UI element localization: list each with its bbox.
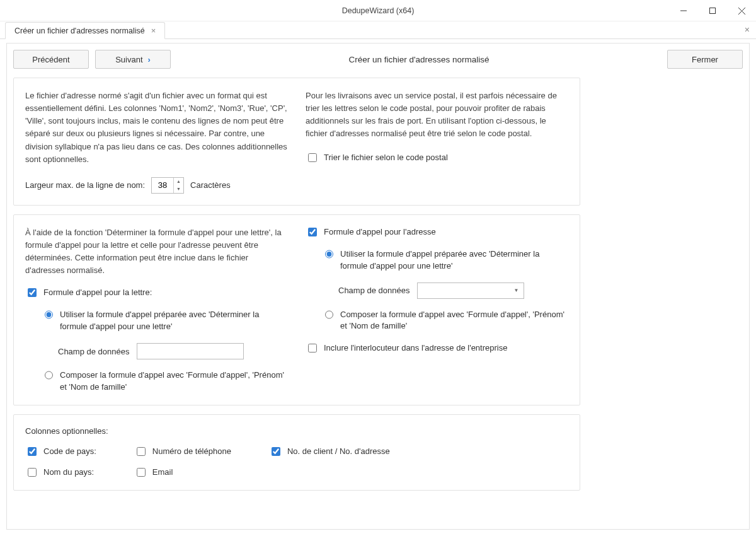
include-contact-label: Inclure l'interlocuteur dans l'adresse d… — [324, 342, 507, 354]
minimize-icon — [680, 8, 687, 14]
address-salutation-input[interactable] — [308, 228, 317, 236]
email-label: Email — [152, 467, 173, 479]
letter-radio-compose[interactable]: Composer la formule d'appel avec 'Formul… — [42, 370, 288, 393]
salutation-intro: À l'aide de la fonction 'Déterminer la f… — [25, 226, 288, 277]
format-description: Le fichier d'adresse normé s'agit d'un f… — [25, 90, 288, 166]
spinner-down-icon[interactable]: ▼ — [174, 185, 183, 193]
next-button[interactable]: Suivant › — [95, 50, 171, 69]
right-column-spacer — [589, 78, 743, 523]
address-salutation-checkbox[interactable]: Formule d'appel pour l'adresse — [306, 226, 568, 238]
tabbar-close-icon[interactable]: × — [745, 25, 750, 35]
main-area: Le fichier d'adresse normé s'agit d'un f… — [13, 78, 743, 523]
window-controls — [669, 0, 756, 21]
phone-label: Numéro de téléphone — [152, 446, 231, 458]
country-code-label: Code de pays: — [43, 446, 96, 458]
max-width-input[interactable] — [152, 178, 173, 193]
panel-salutation: À l'aide de la fonction 'Déterminer la f… — [13, 214, 580, 405]
window-title: DedupeWizard (x64) — [342, 6, 415, 15]
chevron-down-icon: ▼ — [514, 288, 519, 293]
sort-postal-input[interactable] — [308, 153, 317, 162]
address-datafield-combo[interactable]: ▼ — [417, 283, 524, 299]
maximize-icon — [709, 8, 716, 14]
content-frame: Précédent Suivant › Créer un fichier d'a… — [6, 43, 750, 530]
include-contact-checkbox[interactable]: Inclure l'interlocuteur dans l'adresse d… — [306, 342, 568, 354]
include-contact-input[interactable] — [308, 344, 317, 352]
sort-postal-checkbox[interactable]: Trier le fichier selon le code postal — [306, 152, 568, 164]
letter-radio-prepared[interactable]: Utiliser la formule d'appel préparée ave… — [42, 309, 288, 333]
panel-format: Le fichier d'adresse normé s'agit d'un f… — [13, 78, 580, 206]
wizard-toolbar: Précédent Suivant › Créer un fichier d'a… — [13, 50, 743, 69]
country-code-checkbox[interactable]: Code de pays: — [25, 446, 96, 458]
client-no-label: No. de client / No. d'adresse — [287, 446, 390, 458]
letter-radio-prepared-input[interactable] — [45, 310, 53, 319]
tab-label: Créer un fichier d'adresses normalisé — [14, 26, 145, 35]
letter-datafield-input[interactable] — [137, 343, 244, 359]
previous-button[interactable]: Précédent — [13, 50, 89, 69]
maximize-button[interactable] — [698, 0, 727, 21]
app-window: DedupeWizard (x64) Créer un fichier d'ad… — [0, 0, 756, 536]
client-no-checkbox[interactable]: No. de client / No. d'adresse — [269, 446, 390, 458]
address-datafield-label: Champ de données — [338, 286, 410, 295]
left-column: Le fichier d'adresse normé s'agit d'un f… — [13, 78, 580, 523]
letter-salutation-label: Formule d'appel pour la lettre: — [43, 287, 152, 299]
email-input[interactable] — [137, 468, 146, 477]
page-title: Créer un fichier d'adresses normalisé — [177, 55, 661, 64]
next-label: Suivant — [115, 55, 142, 64]
optional-columns-title: Colonnes optionnelles: — [25, 426, 568, 436]
letter-radio-compose-label: Composer la formule d'appel avec 'Formul… — [60, 370, 288, 393]
country-name-label: Nom du pays: — [43, 467, 94, 479]
spinner-up-icon[interactable]: ▲ — [174, 178, 183, 185]
letter-salutation-checkbox[interactable]: Formule d'appel pour la lettre: — [25, 287, 288, 299]
titlebar: DedupeWizard (x64) — [0, 0, 756, 21]
country-name-checkbox[interactable]: Nom du pays: — [25, 467, 96, 479]
country-name-input[interactable] — [28, 468, 37, 477]
panel-optional-columns: Colonnes optionnelles: Code de pays: Nom… — [13, 414, 580, 491]
tab-normalize-addresses[interactable]: Créer un fichier d'adresses normalisé × — [5, 22, 165, 39]
letter-salutation-input[interactable] — [28, 288, 37, 297]
letter-radio-compose-input[interactable] — [45, 371, 53, 380]
close-window-button[interactable] — [727, 0, 756, 21]
client-no-input[interactable] — [272, 447, 280, 456]
minimize-button[interactable] — [669, 0, 698, 21]
sort-postal-label: Trier le fichier selon le code postal — [324, 152, 448, 164]
close-button[interactable]: Fermer — [667, 50, 743, 69]
phone-input[interactable] — [137, 447, 146, 456]
close-button-label: Fermer — [692, 55, 718, 64]
spinner-arrows[interactable]: ▲ ▼ — [173, 178, 183, 193]
email-checkbox[interactable]: Email — [134, 467, 231, 479]
chevron-right-icon: › — [148, 55, 151, 64]
address-radio-compose-input[interactable] — [325, 310, 333, 319]
close-icon — [738, 8, 745, 15]
max-width-label: Largeur max. de la ligne de nom: — [25, 180, 145, 190]
svg-rect-1 — [710, 8, 716, 14]
address-radio-compose[interactable]: Composer la formule d'appel avec 'Formul… — [322, 309, 568, 333]
phone-checkbox[interactable]: Numéro de téléphone — [134, 446, 231, 458]
content-outer: Précédent Suivant › Créer un fichier d'a… — [0, 39, 756, 536]
letter-radio-prepared-label: Utiliser la formule d'appel préparée ave… — [60, 309, 288, 333]
letter-datafield-label: Champ de données — [58, 347, 129, 356]
postal-description: Pour les livraisons avec un service post… — [306, 90, 568, 141]
tabbar: Créer un fichier d'adresses normalisé × … — [0, 21, 756, 39]
country-code-input[interactable] — [28, 447, 37, 456]
tab-close-icon[interactable]: × — [151, 26, 156, 35]
max-width-spinner[interactable]: ▲ ▼ — [151, 177, 184, 194]
address-radio-prepared-label: Utiliser la formule d'appel préparée ave… — [340, 248, 568, 272]
address-radio-prepared-input[interactable] — [325, 250, 333, 259]
address-radio-prepared[interactable]: Utiliser la formule d'appel préparée ave… — [322, 248, 568, 272]
previous-label: Précédent — [32, 55, 69, 64]
address-salutation-label: Formule d'appel pour l'adresse — [324, 226, 436, 238]
address-radio-compose-label: Composer la formule d'appel avec 'Formul… — [340, 309, 568, 333]
max-width-unit: Caractères — [190, 180, 231, 190]
